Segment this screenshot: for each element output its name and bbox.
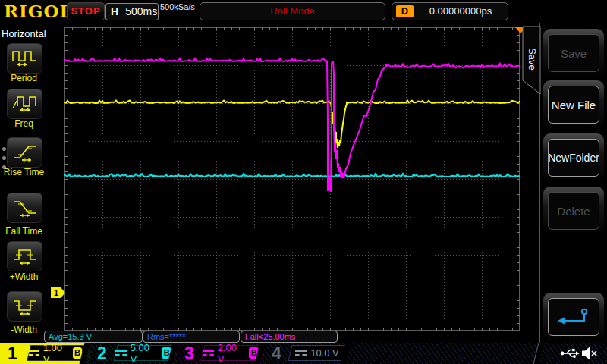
- menu-item-period[interactable]: [7, 43, 42, 74]
- save-button-label: Save: [548, 34, 599, 72]
- channel-status-bar: 1 1.00 V B 2 5.00 V B: [0, 343, 607, 364]
- channel2-scale: 5.00 V: [131, 343, 159, 364]
- speaker-muted-icon: [581, 346, 598, 361]
- rigol-logo: RIGOL: [4, 1, 73, 21]
- new-file-button-label: New File: [548, 86, 599, 124]
- new-folder-button[interactable]: NewFolder: [543, 133, 604, 182]
- new-file-button[interactable]: New File: [543, 80, 604, 129]
- channel4-indicator[interactable]: 4 10.0 V: [264, 343, 349, 364]
- menu-item-fall-time-label: Fall Time: [0, 226, 48, 237]
- run-state-indicator[interactable]: STOP: [67, 2, 105, 20]
- return-button[interactable]: [543, 293, 604, 341]
- menu-item-freq[interactable]: [7, 89, 42, 119]
- menu-item-rise-time-label: Rise Time: [0, 167, 48, 177]
- acquisition-mode-box: Roll Mode: [200, 2, 385, 20]
- channel4-scale: 10.0 V: [310, 347, 339, 359]
- freq-icon: [11, 93, 39, 115]
- menu-item-fall-time[interactable]: [7, 193, 42, 223]
- return-arrow-icon: [554, 307, 593, 327]
- menu-page-dot: [2, 165, 6, 169]
- measurement-avg: Avg=15.3 V: [44, 331, 143, 343]
- left-menu-title: Horizontal: [2, 28, 46, 39]
- delete-button[interactable]: Delete: [543, 187, 604, 235]
- measurement-fall: Fall<25.00ms: [241, 331, 338, 343]
- channel3-scale: 2.00 V: [218, 343, 246, 364]
- channel2-number: 2: [97, 343, 107, 364]
- menu-item-rise-time[interactable]: [7, 137, 42, 168]
- timebase-value: 500ms: [125, 5, 157, 17]
- channel1-dc-coupling-icon: [29, 350, 39, 356]
- sample-rate: 500kSa/s: [160, 2, 195, 11]
- save-button[interactable]: Save: [543, 29, 604, 77]
- channel3-indicator[interactable]: 3 2.00 V B: [177, 343, 264, 364]
- graticule: [64, 27, 520, 331]
- menu-item-plus-width[interactable]: [7, 241, 42, 271]
- channel3-number: 3: [184, 343, 194, 364]
- channel1-scale: 1.00 V: [43, 343, 69, 364]
- channel2-dc-coupling-icon: [115, 350, 127, 356]
- rise-time-icon: [11, 142, 39, 163]
- delete-button-label: Delete: [548, 192, 599, 230]
- menu-tab-save-label: Save: [527, 48, 538, 71]
- menu-item-freq-label: Freq: [0, 118, 48, 129]
- channel1-number: 1: [8, 343, 17, 364]
- trace-ch2-cyan: [64, 174, 520, 177]
- delay-value: 0.00000000ps: [415, 3, 506, 20]
- oscilloscope-screen: RIGOL STOP H500ms 500kSa/s Roll Mode D 0…: [0, 0, 607, 364]
- period-icon: [11, 48, 39, 69]
- channel4-number: 4: [272, 343, 281, 364]
- menu-item-plus-width-label: +Width: [0, 271, 48, 282]
- menu-page-dot: [2, 147, 6, 151]
- channel4-dc-coupling-icon: [295, 350, 307, 356]
- menu-item-minus-width-label: -Width: [0, 325, 48, 335]
- menu-tab-save: Save: [522, 26, 542, 96]
- minus-width-icon: [11, 296, 39, 317]
- delay-box: D 0.00000000ps: [392, 2, 508, 20]
- menu-item-period-label: Period: [0, 73, 48, 83]
- usb-icon: [560, 347, 580, 359]
- channel2-indicator[interactable]: 2 5.00 V B: [90, 343, 177, 364]
- menu-page-dot: [2, 156, 6, 160]
- horizontal-label: H: [111, 5, 118, 17]
- fall-time-icon: [11, 197, 39, 218]
- delay-badge: D: [396, 5, 414, 17]
- new-folder-button-label: NewFolder: [548, 139, 599, 177]
- timebase-box: H500ms: [105, 3, 159, 20]
- channel1-ground-marker[interactable]: 1: [51, 287, 65, 298]
- plus-width-icon: [11, 246, 39, 267]
- channel1-indicator[interactable]: 1 1.00 V B: [0, 343, 90, 364]
- menu-item-minus-width[interactable]: [7, 291, 42, 322]
- measurement-rms: Rms=*****: [143, 331, 240, 343]
- channel3-dc-coupling-icon: [203, 350, 214, 356]
